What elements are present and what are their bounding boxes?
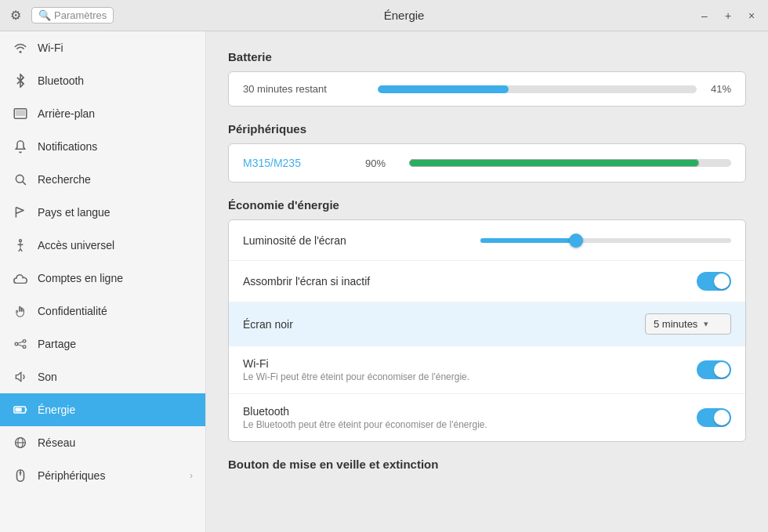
bluetooth-eco-toggle[interactable] xyxy=(697,408,731,427)
close-button[interactable]: × xyxy=(741,5,762,26)
network-icon xyxy=(13,435,28,451)
wifi-eco-sublabel: Le Wi-Fi peut être éteint pour économise… xyxy=(243,371,697,382)
device-pct: 90% xyxy=(365,157,397,169)
svg-point-4 xyxy=(15,342,18,346)
hand-icon xyxy=(13,303,28,319)
sidebar-label-bluetooth: Bluetooth xyxy=(38,74,84,87)
batterie-label: 30 minutes restant xyxy=(243,83,368,95)
wifi-eco-label: Wi-Fi xyxy=(243,357,697,370)
device-bar-wrap xyxy=(409,159,731,167)
bluetooth-eco-label: Bluetooth xyxy=(243,405,697,418)
bluetooth-eco-row: Bluetooth Le Bluetooth peut être éteint … xyxy=(229,394,745,441)
battery-sidebar-icon xyxy=(13,402,28,418)
sidebar-item-pays-langue[interactable]: Pays et langue xyxy=(0,196,205,229)
search-label: Paramètres xyxy=(54,9,107,21)
sidebar-item-comptes-en-ligne[interactable]: Comptes en ligne xyxy=(0,262,205,295)
sidebar-item-partage[interactable]: Partage xyxy=(0,328,205,360)
sidebar: Wi-Fi Bluetooth Arrière-plan xyxy=(0,31,206,532)
sidebar-label-reseau: Réseau xyxy=(38,436,75,449)
notifications-icon xyxy=(13,139,28,154)
window-title: Énergie xyxy=(114,9,694,22)
svg-point-6 xyxy=(23,346,26,349)
sidebar-item-notifications[interactable]: Notifications xyxy=(0,130,205,163)
assombrir-toggle[interactable] xyxy=(697,272,731,291)
search-bar[interactable]: 🔍 Paramètres xyxy=(31,7,114,24)
brightness-slider-thumb[interactable] xyxy=(569,233,583,248)
luminosite-label: Luminosité de l'écran xyxy=(243,234,346,247)
peripheriques-arrow: › xyxy=(190,470,193,481)
svg-point-5 xyxy=(23,340,26,343)
settings-icon: ⚙ xyxy=(6,6,25,25)
app-body: Wi-Fi Bluetooth Arrière-plan xyxy=(0,31,768,532)
assombrir-label: Assombrir l'écran si inactif xyxy=(243,275,370,288)
luminosite-row: Luminosité de l'écran xyxy=(229,220,745,261)
ecran-noir-row: Écran noir 5 minutes ▾ xyxy=(229,302,745,346)
sidebar-item-confidentialite[interactable]: Confidentialité xyxy=(0,295,205,328)
titlebar-left: ⚙ 🔍 Paramètres xyxy=(6,6,114,25)
ecran-noir-label-wrap: Écran noir xyxy=(243,318,645,331)
mouse-icon xyxy=(13,468,28,483)
wifi-eco-toggle[interactable] xyxy=(697,360,731,379)
batterie-card: 30 minutes restant 41% xyxy=(228,71,746,107)
batterie-percent: 41% xyxy=(706,83,731,95)
cloud-icon xyxy=(13,270,28,286)
svg-point-3 xyxy=(20,240,22,242)
sidebar-label-confidentialite: Confidentialité xyxy=(38,305,107,317)
svg-rect-9 xyxy=(15,408,21,412)
batterie-bar-wrap xyxy=(378,85,697,93)
titlebar: ⚙ 🔍 Paramètres Énergie – + × xyxy=(0,0,768,31)
sidebar-item-recherche[interactable]: Recherche xyxy=(0,163,205,196)
wifi-icon xyxy=(13,40,28,56)
sidebar-label-comptes-en-ligne: Comptes en ligne xyxy=(38,272,123,284)
sidebar-item-arriere-plan[interactable]: Arrière-plan xyxy=(0,97,205,130)
brightness-slider-track[interactable] xyxy=(480,238,731,243)
luminosite-label-wrap: Luminosité de l'écran xyxy=(243,234,480,247)
device-name: M315/M235 xyxy=(243,157,353,169)
window-controls: – + × xyxy=(694,5,762,26)
sidebar-item-energie[interactable]: Énergie xyxy=(0,393,205,426)
brightness-slider-wrap xyxy=(480,238,731,243)
sidebar-item-peripheriques[interactable]: Périphériques › xyxy=(0,459,205,492)
sidebar-item-reseau[interactable]: Réseau xyxy=(0,426,205,459)
sidebar-label-arriere-plan: Arrière-plan xyxy=(38,107,95,120)
peripheriques-section-title: Périphériques xyxy=(228,122,746,136)
device-bar-outline xyxy=(409,159,699,167)
sidebar-label-peripheriques: Périphériques xyxy=(38,469,105,482)
search-sidebar-icon xyxy=(13,172,28,187)
sidebar-item-bluetooth[interactable]: Bluetooth xyxy=(0,64,205,97)
maximize-button[interactable]: + xyxy=(718,5,738,26)
bluetooth-eco-sublabel: Le Bluetooth peut être éteint pour écono… xyxy=(243,419,697,430)
sidebar-label-notifications: Notifications xyxy=(38,140,97,153)
flag-icon xyxy=(13,204,28,220)
sound-icon xyxy=(13,369,28,385)
batterie-row-wrap: 30 minutes restant 41% xyxy=(229,72,745,106)
device-row: M315/M235 90% xyxy=(229,144,745,182)
sidebar-label-partage: Partage xyxy=(38,338,76,350)
wifi-eco-label-wrap: Wi-Fi Le Wi-Fi peut être éteint pour éco… xyxy=(243,357,697,382)
dropdown-arrow-icon: ▾ xyxy=(704,319,708,329)
minimize-button[interactable]: – xyxy=(694,5,715,26)
accessibility-icon xyxy=(13,237,28,253)
ecran-noir-dropdown-value: 5 minutes xyxy=(654,318,697,330)
search-icon: 🔍 xyxy=(38,9,51,21)
batterie-bar xyxy=(378,85,509,93)
background-icon xyxy=(13,106,28,121)
wifi-eco-row: Wi-Fi Le Wi-Fi peut être éteint pour éco… xyxy=(229,346,745,394)
assombrir-row: Assombrir l'écran si inactif xyxy=(229,261,745,302)
brightness-slider-fill xyxy=(480,238,576,243)
sidebar-item-wifi[interactable]: Wi-Fi xyxy=(0,31,205,64)
svg-rect-8 xyxy=(26,408,27,411)
sidebar-item-son[interactable]: Son xyxy=(0,360,205,393)
sidebar-label-wifi: Wi-Fi xyxy=(38,42,63,54)
bluetooth-eco-toggle-knob xyxy=(714,410,730,425)
svg-rect-1 xyxy=(16,110,25,116)
ecran-noir-dropdown[interactable]: 5 minutes ▾ xyxy=(645,313,731,335)
bluetooth-icon xyxy=(13,73,28,89)
wifi-eco-toggle-knob xyxy=(714,362,730,378)
sidebar-item-acces-universel[interactable]: Accès universel xyxy=(0,229,205,262)
main-content: Batterie 30 minutes restant 41% Périphér… xyxy=(206,31,768,532)
ecran-noir-label: Écran noir xyxy=(243,318,293,331)
sidebar-label-acces-universel: Accès universel xyxy=(38,239,114,252)
svg-point-15 xyxy=(20,472,22,474)
assombrir-label-wrap: Assombrir l'écran si inactif xyxy=(243,275,697,288)
